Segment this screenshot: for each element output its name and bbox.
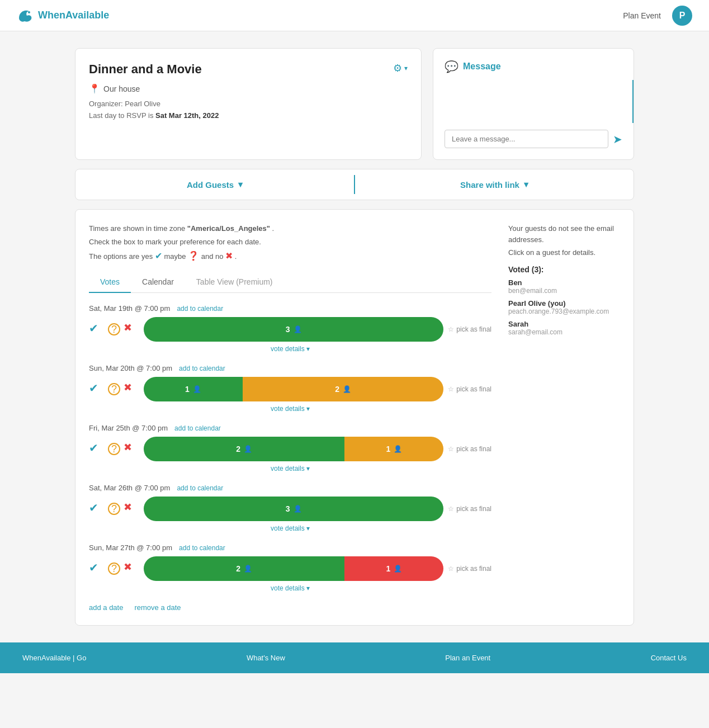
tab-table-view[interactable]: Table View (Premium) [185, 272, 284, 293]
star-icon: ☆ [448, 325, 454, 333]
footer-whats-new[interactable]: What's New [247, 654, 285, 662]
location-text: Our house [103, 84, 140, 93]
votes-sidebar: Your guests do not see the email address… [508, 223, 620, 612]
add-guests-label: Add Guests [187, 180, 234, 190]
send-icon: ➤ [613, 133, 622, 145]
vote-yes-icon[interactable]: ✔ [89, 322, 105, 337]
vote-details-link[interactable]: vote details ▾ [271, 345, 310, 353]
footer-logo-text: WhenAvailable | Go [22, 654, 86, 662]
tab-calendar[interactable]: Calendar [131, 272, 185, 293]
pick-as-final-button[interactable]: ☆pick as final [448, 565, 491, 573]
add-guests-button[interactable]: Add Guests ▾ [75, 169, 354, 200]
share-link-button[interactable]: Share with link ▾ [355, 169, 634, 200]
date-text: Fri, Mar 25th @ 7:00 pm [89, 424, 168, 432]
guest-email: peach.orange.793@example.com [508, 308, 620, 315]
vote-details-row: vote details ▾ [89, 523, 491, 532]
date-label-row: Sat, Mar 19th @ 7:00 pm add to calendar [89, 304, 491, 313]
pick-as-final-button[interactable]: ☆pick as final [448, 385, 491, 393]
footer-col-4: Contact Us [651, 654, 687, 662]
footer-plan-event[interactable]: Plan an Event [445, 654, 490, 662]
vote-details-link[interactable]: vote details ▾ [271, 465, 310, 472]
vote-yes-icon[interactable]: ✔ [89, 381, 105, 397]
vote-no-icon[interactable]: ✖ [124, 381, 139, 397]
vote-yes-icon[interactable]: ✔ [89, 501, 105, 517]
add-to-calendar-link[interactable]: add to calendar [177, 484, 223, 492]
vote-details-row: vote details ▾ [89, 344, 491, 353]
add-to-calendar-link[interactable]: add to calendar [177, 305, 223, 313]
guest-email: ben@email.com [508, 287, 620, 295]
share-link-label: Share with link [460, 180, 519, 190]
vote-details-link[interactable]: vote details ▾ [271, 524, 310, 532]
add-to-calendar-link[interactable]: add to calendar [174, 424, 221, 432]
vote-maybe-icon[interactable]: ? [108, 383, 120, 395]
vote-bar: 2👤1👤 [144, 556, 443, 581]
message-title: Message [463, 62, 501, 72]
plan-event-button[interactable]: Plan Event [623, 11, 661, 20]
vote-details-link[interactable]: vote details ▾ [271, 405, 310, 413]
bar-green: 3👤 [144, 497, 443, 521]
vote-no-icon[interactable]: ✖ [124, 561, 139, 576]
vote-bar-row: ✔ ? ✖ 3👤☆pick as final [89, 497, 491, 521]
add-to-calendar-link[interactable]: add to calendar [179, 544, 225, 552]
star-icon: ☆ [448, 385, 454, 393]
gear-icon: ⚙ [393, 62, 402, 74]
dropdown-arrow: ▾ [404, 64, 408, 72]
vote-maybe-icon[interactable]: ? [108, 562, 120, 575]
guest-item[interactable]: Sarah sarah@email.com [508, 320, 620, 336]
top-row: Dinner and a Movie ⚙ ▾ 📍 Our house Organ… [75, 48, 634, 160]
settings-button[interactable]: ⚙ ▾ [393, 62, 408, 74]
message-input[interactable] [445, 130, 608, 148]
vote-maybe-icon[interactable]: ? [108, 443, 120, 455]
date-rows: Sat, Mar 19th @ 7:00 pm add to calendar … [89, 304, 491, 592]
logo[interactable]: WhenAvailable [17, 7, 109, 25]
remove-date-link[interactable]: remove a date [134, 603, 181, 612]
star-icon: ☆ [448, 505, 454, 513]
header-right: Plan Event P [623, 6, 692, 26]
action-bar: Add Guests ▾ Share with link ▾ [75, 169, 634, 200]
email-privacy-text: Your guests do not see the email address… [508, 223, 620, 245]
avatar[interactable]: P [672, 6, 692, 26]
footer: WhenAvailable | Go What's New Plan an Ev… [0, 642, 709, 673]
vote-maybe-icon[interactable]: ? [108, 323, 120, 335]
date-text: Sun, Mar 20th @ 7:00 pm [89, 364, 172, 372]
chevron-down-icon-2: ▾ [524, 179, 528, 190]
footer-contact[interactable]: Contact Us [651, 654, 687, 662]
pick-as-final-button[interactable]: ☆pick as final [448, 445, 491, 453]
maybe-question-icon: ❓ [188, 251, 199, 261]
bar-green: 2👤 [144, 556, 344, 581]
tab-votes[interactable]: Votes [89, 272, 131, 293]
message-bubble-icon: 💬 [445, 60, 459, 73]
pick-as-final-button[interactable]: ☆pick as final [448, 505, 491, 513]
message-header: 💬 Message [445, 60, 622, 73]
guest-item[interactable]: Ben ben@email.com [508, 278, 620, 295]
date-label-row: Sun, Mar 20th @ 7:00 pm add to calendar [89, 364, 491, 372]
vote-yes-icon[interactable]: ✔ [89, 561, 105, 576]
vote-bar-row: ✔ ? ✖ 2👤1👤☆pick as final [89, 437, 491, 461]
star-icon: ☆ [448, 565, 454, 573]
vote-details-link[interactable]: vote details ▾ [271, 584, 310, 592]
vote-yes-icon[interactable]: ✔ [89, 441, 105, 457]
vote-bar-row: ✔ ? ✖ 2👤1👤☆pick as final [89, 556, 491, 581]
vote-no-icon[interactable]: ✖ [124, 441, 139, 457]
date-row: Sun, Mar 27th @ 7:00 pm add to calendar … [89, 543, 491, 592]
vote-no-icon[interactable]: ✖ [124, 501, 139, 517]
add-date-link[interactable]: add a date [89, 603, 123, 612]
guest-name: Sarah [508, 320, 620, 328]
vote-maybe-icon[interactable]: ? [108, 503, 120, 515]
vote-details-row: vote details ▾ [89, 583, 491, 592]
send-button[interactable]: ➤ [613, 133, 622, 146]
click-guest-text: Click on a guest for details. [508, 247, 620, 258]
location-pin-icon: 📍 [89, 83, 100, 94]
bar-red: 1👤 [344, 556, 443, 581]
event-title: Dinner and a Movie [89, 62, 202, 77]
date-text: Sat, Mar 19th @ 7:00 pm [89, 304, 170, 313]
logo-bird-icon [17, 7, 35, 25]
guest-item[interactable]: Pearl Olive (you) peach.orange.793@examp… [508, 299, 620, 315]
date-row: Sun, Mar 20th @ 7:00 pm add to calendar … [89, 364, 491, 413]
vote-details-row: vote details ▾ [89, 464, 491, 472]
vote-no-icon[interactable]: ✖ [124, 322, 139, 337]
pick-as-final-button[interactable]: ☆pick as final [448, 325, 491, 333]
event-card: Dinner and a Movie ⚙ ▾ 📍 Our house Organ… [75, 48, 422, 160]
add-to-calendar-link[interactable]: add to calendar [179, 365, 225, 372]
main-content: Dinner and a Movie ⚙ ▾ 📍 Our house Organ… [64, 48, 645, 626]
